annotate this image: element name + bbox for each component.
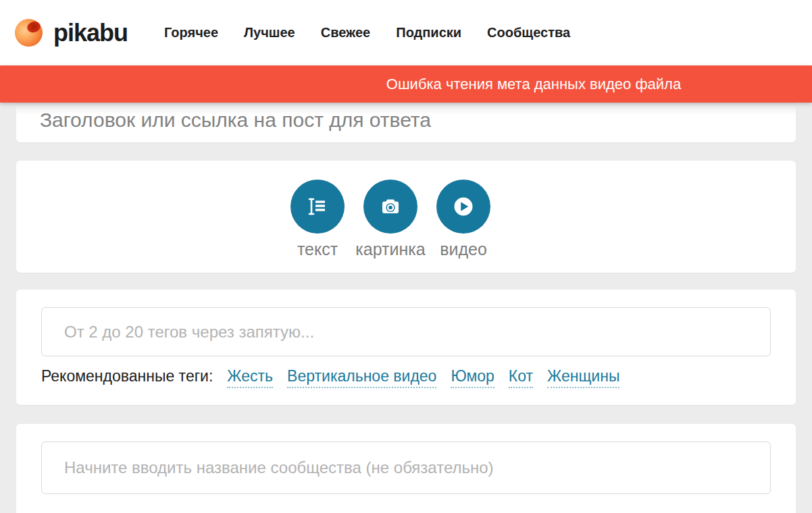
add-video-button[interactable] xyxy=(436,180,490,234)
add-image-label: картинка xyxy=(355,240,425,259)
add-text-label: текст xyxy=(297,240,338,259)
camera-icon xyxy=(377,193,404,220)
add-text-block: текст xyxy=(290,180,345,259)
text-block-icon xyxy=(304,193,331,220)
community-card xyxy=(16,424,796,513)
tags-input[interactable] xyxy=(41,307,771,356)
add-image-block: картинка xyxy=(363,180,417,259)
recommended-tag[interactable]: Жесть xyxy=(227,367,273,388)
recommended-tags-label: Рекомендованные теги: xyxy=(41,367,213,385)
main-nav: Горячее Лучшее Свежее Подписки Сообществ… xyxy=(164,25,570,40)
error-toast: Ошибка чтения мета данных видео файла xyxy=(0,65,812,103)
nav-item-best[interactable]: Лучшее xyxy=(244,25,295,40)
community-input[interactable] xyxy=(41,441,771,494)
post-editor: текст картинка xyxy=(0,103,812,513)
content-type-card: текст картинка xyxy=(16,161,796,273)
recommended-tags-row: Рекомендованные теги: Жесть Вертикальное… xyxy=(41,367,771,388)
add-video-block: видео xyxy=(436,180,490,259)
pikabu-logo-icon xyxy=(15,19,43,47)
pikabu-logo[interactable]: pikabu xyxy=(15,19,128,47)
post-title-card xyxy=(16,103,796,142)
recommended-tag[interactable]: Кот xyxy=(509,367,533,388)
nav-item-hot[interactable]: Горячее xyxy=(164,25,218,40)
error-toast-message: Ошибка чтения мета данных видео файла xyxy=(386,76,681,93)
nav-item-communities[interactable]: Сообщества xyxy=(487,25,570,40)
site-header: pikabu Горячее Лучшее Свежее Подписки Со… xyxy=(0,0,812,65)
tags-card: Рекомендованные теги: Жесть Вертикальное… xyxy=(16,290,796,405)
post-title-input[interactable] xyxy=(40,104,772,136)
nav-item-fresh[interactable]: Свежее xyxy=(321,25,371,40)
recommended-tag[interactable]: Женщины xyxy=(547,367,619,388)
add-image-button[interactable] xyxy=(363,180,417,234)
content-type-buttons: текст картинка xyxy=(290,180,490,259)
play-icon xyxy=(450,193,477,220)
nav-item-subscriptions[interactable]: Подписки xyxy=(396,25,461,40)
pikabu-wordmark: pikabu xyxy=(53,19,128,47)
add-text-button[interactable] xyxy=(290,180,345,234)
add-video-label: видео xyxy=(440,240,487,259)
recommended-tag[interactable]: Вертикальное видео xyxy=(287,367,436,388)
recommended-tag[interactable]: Юмор xyxy=(451,367,494,388)
